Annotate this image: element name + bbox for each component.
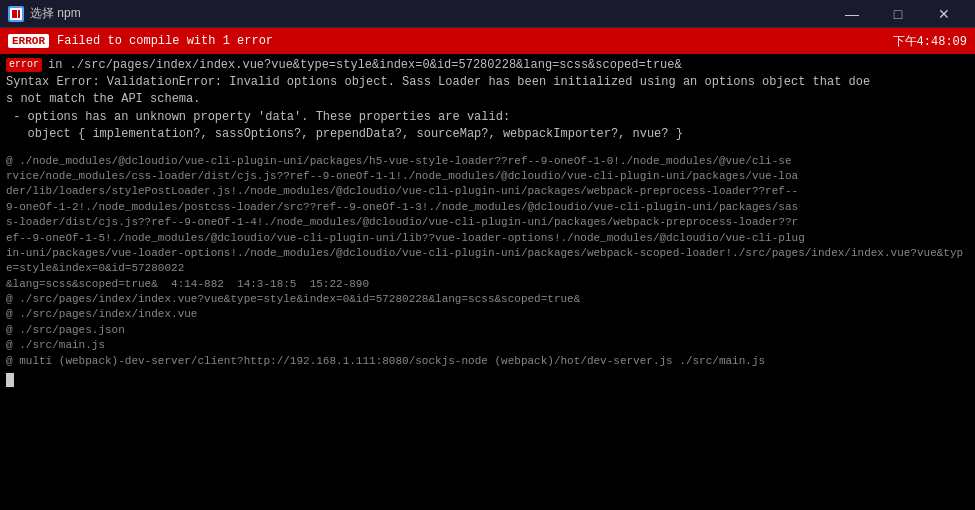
syntax-error-line1: Syntax Error: ValidationError: Invalid o… [6, 74, 969, 91]
error-inline-tag: error [6, 58, 42, 72]
error-banner-message: Failed to compile with 1 error [57, 34, 273, 48]
syntax-error-line3: - options has an unknown property 'data'… [6, 109, 969, 126]
terminal-content: error in ./src/pages/index/index.vue?vue… [0, 54, 975, 510]
terminal-cursor [6, 373, 14, 387]
error-tag: ERROR [8, 34, 49, 48]
maximize-button[interactable]: □ [875, 0, 921, 28]
minimize-button[interactable]: — [829, 0, 875, 28]
error-path-line: error in ./src/pages/index/index.vue?vue… [6, 58, 969, 72]
error-path: in ./src/pages/index/index.vue?vue&type=… [48, 58, 682, 72]
title-bar-left: 选择 npm [8, 5, 81, 22]
stack-trace: @ ./node_modules/@dcloudio/vue-cli-plugi… [6, 154, 969, 369]
title-bar: 选择 npm — □ ✕ [0, 0, 975, 28]
syntax-error-line4: object { implementation?, sassOptions?, … [6, 126, 969, 143]
title-bar-title: 选择 npm [30, 5, 81, 22]
svg-rect-2 [18, 10, 20, 18]
error-banner-left: ERROR Failed to compile with 1 error [8, 34, 273, 48]
title-bar-controls[interactable]: — □ ✕ [829, 0, 967, 28]
error-banner: ERROR Failed to compile with 1 error 下午4… [0, 28, 975, 54]
blank-line-1 [6, 144, 969, 154]
error-time: 下午4:48:09 [893, 33, 967, 50]
close-button[interactable]: ✕ [921, 0, 967, 28]
cursor-line [6, 373, 969, 387]
syntax-error-line2: s not match the API schema. [6, 91, 969, 108]
svg-rect-1 [12, 10, 17, 18]
app-icon [8, 6, 24, 22]
